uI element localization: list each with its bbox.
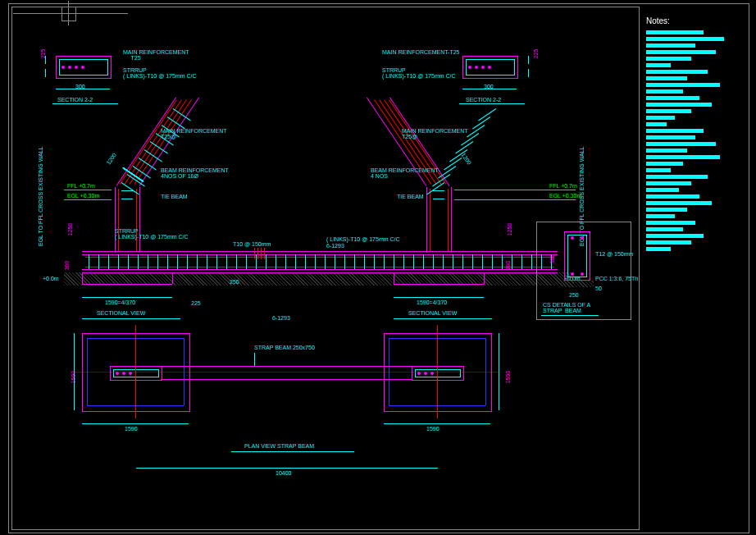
- section-2-2-right: [462, 56, 518, 79]
- note-line: [646, 43, 695, 48]
- reinf-top-left: MAIN REINFORCEMENT T25: [123, 49, 189, 61]
- dim-1250-r: 1250: [507, 223, 512, 236]
- t10-150: T10 @ 150mm: [233, 241, 271, 247]
- detail-380: 380: [549, 254, 555, 264]
- side-note-l: EGL TO FFL CROSS EXISTING WALL: [38, 147, 43, 247]
- stirrup-top-right: STRRUP ( LINKS)-T10 @ 175mm C/C: [382, 67, 456, 79]
- dim-1590-b1: 1590: [125, 426, 138, 432]
- note-line: [646, 208, 687, 212]
- note-line: [646, 37, 724, 41]
- note-line: [646, 227, 683, 231]
- label-planview: PLAN VIEW STRAP BEAM: [244, 443, 314, 449]
- note-line: [646, 221, 695, 225]
- note-line: [646, 76, 687, 80]
- note-line: [646, 155, 720, 159]
- label-secview-r: SECTIONAL VIEW: [408, 310, 457, 316]
- dim-300m2: 300: [505, 261, 511, 271]
- note-line: [646, 188, 679, 192]
- tiebeam-r: TIE BEAM: [397, 194, 424, 199]
- dim-300m: 300: [64, 261, 70, 271]
- dim-225-r: 225: [533, 49, 539, 59]
- note-line: [646, 181, 691, 185]
- crosshair-cursor: [61, 7, 76, 21]
- ffl-left: FFL +0.7m: [67, 183, 95, 189]
- detail-pcc: PCC 1:3:6, 75Th: [595, 276, 638, 281]
- note-line: [646, 116, 675, 120]
- section-2-2-left: [56, 56, 112, 79]
- note-line: [646, 214, 675, 218]
- note-line: [646, 142, 716, 146]
- note-line: [646, 162, 683, 166]
- note-line: [646, 70, 708, 74]
- note-line: [646, 194, 699, 199]
- note-line: [646, 135, 695, 139]
- tiebeam-l: TIE BEAM: [161, 194, 188, 199]
- egl-left: EGL +0.30m: [67, 193, 99, 199]
- note-line: [646, 129, 704, 133]
- note-line: [646, 83, 720, 87]
- dim-10400: 10400: [276, 470, 291, 476]
- label-sec22-r: SECTION 2-2: [466, 97, 501, 103]
- notes-list: [646, 30, 753, 251]
- dim-1590-l: 1590=4/370: [105, 300, 135, 305]
- note-line: [646, 50, 716, 54]
- dim-225b: 225: [191, 300, 201, 306]
- mainreinf-l: MAIN REINFORCEMENT T25@: [161, 128, 227, 139]
- dim-1590-b2: 1590: [426, 426, 439, 432]
- note-line: [646, 89, 683, 94]
- stir-mid-r: ( LINKS)-T10 @ 175mm C/C: [326, 236, 400, 242]
- note-line: [646, 201, 712, 205]
- egl-right: EGL +0.30m: [549, 193, 581, 199]
- dim-1590-r: 1590=4/370: [417, 300, 447, 305]
- dim-6x1293b: 6-1293: [272, 315, 290, 321]
- ffl-right: FFL +0.7m: [549, 183, 577, 189]
- label-strapbeam: STRAP BEAM 250x750: [254, 345, 315, 350]
- dim-1250-l: 1250: [67, 223, 73, 236]
- note-line: [646, 240, 691, 245]
- stirrup-top-left: STRRUP ( LINKS)-T10 @ 175mm C/C: [123, 67, 197, 79]
- dim-plan-h-r: 1590: [505, 371, 511, 384]
- note-line: [646, 109, 691, 113]
- dim-6x1293: 6-1293: [326, 243, 344, 249]
- note-line: [646, 247, 671, 251]
- detail-250: 250: [569, 292, 579, 298]
- detail-50: 50: [595, 286, 602, 291]
- note-line: [646, 103, 712, 107]
- mainreinf-r: MAIN REINFORCEMENT T25@: [402, 128, 468, 139]
- note-line: [646, 122, 667, 126]
- note-line: [646, 149, 687, 153]
- label-sec22-l: SECTION 2-2: [57, 97, 93, 103]
- reinf-top-right: MAIN REINFORCEMENT-T25: [382, 49, 460, 55]
- cad-viewport[interactable]: Notes: 300 SECTION 2-2 MAIN REINFORCEMEN…: [0, 0, 756, 535]
- detail-t12: T12 @ 150mm: [595, 251, 633, 257]
- dim-0m-l: +0.0m: [43, 276, 59, 281]
- beamreinf-l: BEAM REINFORCEMENT 4NOS OF 16Ø: [161, 167, 229, 179]
- note-line: [646, 234, 704, 238]
- label-secview-l: SECTIONAL VIEW: [97, 310, 145, 316]
- dim-250a: 250: [230, 279, 239, 285]
- detail-section: [564, 231, 590, 281]
- note-line: [646, 30, 704, 34]
- note-line: [646, 175, 708, 179]
- note-line: [646, 57, 691, 61]
- stir-mid-l: STRRUP ( LINKS)-T10 @ 175mm C/C: [115, 228, 189, 240]
- note-line: [646, 96, 699, 100]
- note-line: [646, 168, 671, 172]
- beamreinf-r: BEAM REINFORCEMENT- 4 NOS: [371, 167, 440, 179]
- notes-title: Notes:: [646, 16, 753, 25]
- dim-225-l: 225: [40, 49, 46, 59]
- notes-panel: Notes:: [646, 16, 753, 254]
- detail-title: CS DETAILS OF A STRAP BEAM: [543, 302, 590, 313]
- note-line: [646, 63, 671, 67]
